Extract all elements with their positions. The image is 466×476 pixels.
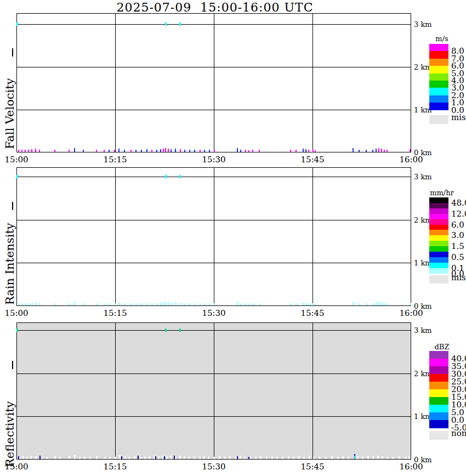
data-mark bbox=[295, 150, 297, 152]
data-mark bbox=[248, 150, 249, 152]
data-mark bbox=[194, 303, 196, 305]
data-mark bbox=[162, 456, 163, 459]
data-mark bbox=[109, 150, 110, 152]
legend-miss-band bbox=[429, 275, 448, 284]
data-mark bbox=[378, 302, 380, 305]
legend-color-band bbox=[429, 66, 448, 73]
data-mark bbox=[168, 302, 169, 305]
data-mark bbox=[171, 149, 172, 152]
data-mark bbox=[151, 150, 152, 152]
data-mark bbox=[295, 303, 297, 305]
data-mark bbox=[25, 150, 26, 152]
legend-color-band bbox=[429, 95, 448, 103]
gridline-vertical bbox=[312, 322, 313, 460]
x-tick-label: 15:45 bbox=[300, 462, 324, 472]
data-mark bbox=[155, 456, 156, 459]
data-mark bbox=[372, 303, 374, 305]
data-mark bbox=[18, 303, 20, 305]
data-mark bbox=[39, 303, 41, 305]
data-mark bbox=[290, 150, 291, 152]
data-mark bbox=[104, 457, 106, 459]
data-mark bbox=[109, 457, 111, 459]
data-mark bbox=[410, 303, 411, 305]
data-mark bbox=[252, 150, 253, 152]
gridline-vertical bbox=[312, 167, 313, 306]
data-mark bbox=[163, 302, 164, 305]
km-label: 0 km bbox=[414, 456, 432, 464]
legend-color-band bbox=[429, 73, 448, 81]
data-mark bbox=[115, 457, 116, 459]
data-mark bbox=[214, 150, 215, 152]
data-mark bbox=[290, 303, 292, 305]
data-mark bbox=[305, 303, 307, 305]
data-mark bbox=[184, 150, 185, 152]
data-mark-3km bbox=[179, 175, 181, 178]
legend-miss-label: none bbox=[451, 428, 466, 438]
legend-value-label: 3.0 bbox=[451, 230, 464, 240]
data-mark bbox=[39, 456, 41, 459]
data-mark bbox=[303, 302, 304, 305]
data-mark bbox=[19, 457, 21, 459]
data-mark bbox=[163, 149, 164, 152]
data-mark bbox=[84, 457, 86, 459]
data-mark bbox=[104, 303, 105, 305]
legend-color-band bbox=[429, 81, 448, 88]
gridline-vertical bbox=[115, 13, 116, 152]
legend-color-band bbox=[429, 103, 448, 110]
data-mark bbox=[381, 302, 383, 305]
data-mark bbox=[135, 303, 137, 305]
data-mark bbox=[348, 457, 349, 459]
gridline-vertical bbox=[312, 13, 313, 152]
data-mark bbox=[305, 149, 306, 152]
data-mark bbox=[54, 456, 56, 459]
data-mark bbox=[315, 150, 316, 152]
data-mark bbox=[203, 456, 205, 459]
y-axis-title-mark bbox=[12, 361, 13, 369]
legend-color-band bbox=[429, 88, 448, 95]
data-mark bbox=[214, 303, 215, 305]
data-mark bbox=[46, 457, 48, 459]
data-mark bbox=[244, 457, 246, 459]
data-mark bbox=[59, 457, 61, 459]
data-mark bbox=[200, 303, 201, 305]
data-mark bbox=[114, 150, 115, 152]
gridline-vertical bbox=[214, 13, 214, 152]
data-mark bbox=[180, 149, 181, 152]
data-mark bbox=[240, 150, 241, 152]
data-mark bbox=[237, 302, 238, 305]
data-mark bbox=[146, 149, 147, 152]
data-mark bbox=[74, 302, 76, 305]
data-mark bbox=[372, 150, 373, 152]
data-mark bbox=[54, 303, 56, 305]
data-mark bbox=[331, 456, 333, 459]
data-mark-3km bbox=[165, 328, 167, 332]
data-mark bbox=[134, 456, 135, 459]
legend-miss-band bbox=[429, 431, 448, 440]
data-mark-3km bbox=[16, 22, 18, 26]
data-mark bbox=[74, 148, 75, 152]
data-mark bbox=[255, 457, 257, 459]
data-mark bbox=[141, 150, 142, 152]
data-mark bbox=[353, 148, 354, 152]
data-mark bbox=[245, 303, 247, 305]
data-mark bbox=[69, 303, 70, 305]
data-mark bbox=[384, 303, 385, 305]
data-mark bbox=[200, 150, 201, 152]
legend-color-band bbox=[429, 268, 448, 274]
data-mark bbox=[165, 148, 166, 152]
legend-title: dBZ bbox=[435, 343, 450, 351]
data-mark bbox=[240, 456, 241, 459]
data-mark bbox=[204, 150, 205, 152]
data-mark bbox=[164, 456, 165, 459]
data-mark bbox=[184, 303, 186, 305]
data-mark bbox=[288, 456, 289, 459]
legend-title: m/s bbox=[435, 35, 448, 43]
data-mark bbox=[312, 150, 314, 152]
data-mark bbox=[158, 456, 160, 459]
data-mark bbox=[138, 456, 139, 459]
data-mark bbox=[96, 150, 97, 152]
data-mark bbox=[276, 457, 278, 459]
data-mark bbox=[359, 150, 360, 152]
data-mark bbox=[124, 456, 126, 459]
legend-color-band bbox=[429, 382, 448, 390]
